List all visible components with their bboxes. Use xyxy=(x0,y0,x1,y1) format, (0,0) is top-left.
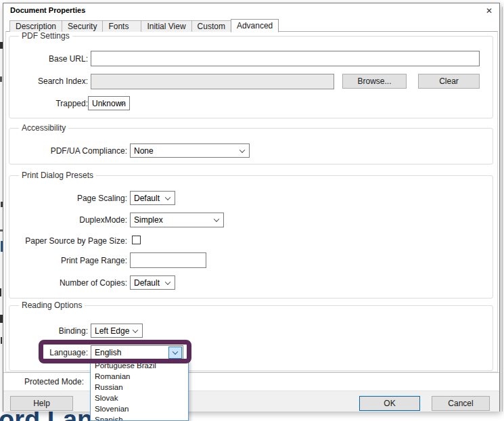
paper-source-label: Paper Source by Page Size: xyxy=(9,236,127,246)
print-page-range-label: Print Page Range: xyxy=(9,255,127,266)
background-artifact xyxy=(1,337,2,344)
clear-button[interactable]: Clear xyxy=(418,74,480,89)
tab-strip: Description Security Fonts Initial View … xyxy=(9,18,278,32)
duplex-mode-label: DuplexMode: xyxy=(9,215,127,225)
protected-mode-bar: Protected Mode: Off xyxy=(3,372,499,391)
language-option[interactable]: Slovak xyxy=(91,393,188,403)
chevron-down-icon xyxy=(165,279,170,284)
trapped-select[interactable]: Unknown xyxy=(88,96,130,110)
language-option[interactable]: Romanian xyxy=(91,371,188,382)
chevron-down-icon xyxy=(173,349,178,355)
search-index-input xyxy=(91,74,334,89)
language-option[interactable]: Spanish xyxy=(91,414,188,421)
tab-initial-view[interactable]: Initial View xyxy=(141,20,191,32)
trapped-label: Trapped: xyxy=(9,98,88,109)
language-option[interactable]: Russian xyxy=(91,382,188,393)
tab-custom[interactable]: Custom xyxy=(191,20,231,32)
language-select-arrow-button[interactable] xyxy=(168,347,182,359)
tab-fonts[interactable]: Fonts xyxy=(102,20,141,32)
title-bar[interactable]: Document Properties ✕ xyxy=(3,3,499,18)
document-properties-dialog: Document Properties ✕ Description Securi… xyxy=(3,3,500,412)
print-page-range-input[interactable] xyxy=(130,252,206,268)
base-url-label: Base URL: xyxy=(9,53,88,64)
background-artifact xyxy=(0,76,2,82)
tab-description[interactable]: Description xyxy=(9,20,62,32)
background-artifact xyxy=(0,288,1,296)
number-of-copies-select[interactable]: Default xyxy=(130,275,175,290)
language-option[interactable]: Slovenian xyxy=(91,403,188,414)
paper-source-checkbox[interactable] xyxy=(132,236,141,244)
language-label: Language: xyxy=(9,347,88,358)
group-label-accessibility: Accessibility xyxy=(19,123,68,133)
group-label-pdf-settings: PDF Settings xyxy=(19,31,72,41)
close-icon[interactable]: ✕ xyxy=(483,5,495,17)
tab-advanced[interactable]: Advanced xyxy=(231,19,279,32)
chevron-down-icon xyxy=(133,327,138,332)
chevron-down-icon xyxy=(239,147,245,152)
background-page-line xyxy=(502,7,503,412)
binding-label: Binding: xyxy=(9,326,88,336)
search-index-label: Search Index: xyxy=(9,76,88,87)
duplex-mode-select[interactable]: Simplex xyxy=(130,213,224,227)
help-button[interactable]: Help xyxy=(10,396,73,411)
page-scaling-select[interactable]: Default xyxy=(130,191,175,205)
protected-mode-label: Protected Mode: xyxy=(24,377,84,386)
browse-button[interactable]: Browse... xyxy=(342,74,407,89)
footer-bar xyxy=(3,391,499,412)
language-dropdown-list: Portuguese Brazil Romanian Russian Slova… xyxy=(90,359,189,421)
group-label-reading-options: Reading Options xyxy=(19,301,85,310)
pdfua-compliance-select[interactable]: None xyxy=(130,143,250,158)
binding-select[interactable]: Left Edge xyxy=(91,324,143,338)
language-option[interactable]: Portuguese Brazil xyxy=(91,360,188,371)
base-url-input[interactable] xyxy=(91,51,480,66)
page-scaling-label: Page Scaling: xyxy=(9,193,127,204)
pdfua-compliance-label: PDF/UA Compliance: xyxy=(9,146,127,156)
tab-security[interactable]: Security xyxy=(62,20,103,32)
chevron-down-icon xyxy=(214,217,219,222)
cancel-button[interactable]: Cancel xyxy=(432,396,490,411)
number-of-copies-label: Number of Copies: xyxy=(9,278,127,288)
ok-button[interactable]: OK xyxy=(359,396,420,411)
dialog-title: Document Properties xyxy=(10,6,85,14)
group-reading-options: Reading Options xyxy=(9,305,493,371)
chevron-down-icon xyxy=(165,194,170,200)
group-label-print-presets: Print Dialog Presets xyxy=(19,171,96,180)
language-select[interactable]: English xyxy=(91,345,183,360)
